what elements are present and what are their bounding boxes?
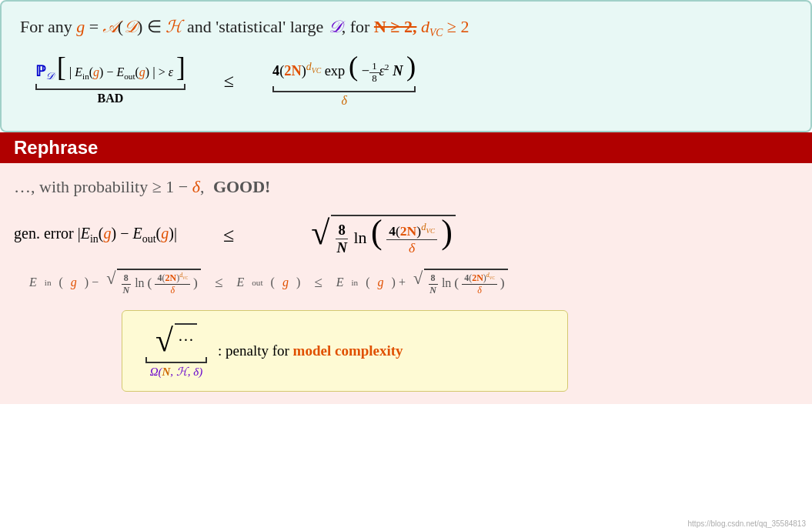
Eout-sw: E: [236, 276, 244, 289]
sqrt-sym-dots: √: [155, 325, 173, 357]
sandwich-row: Ein(g) − √ 8 N ln ( 4(2N)dVC δ ): [29, 269, 798, 296]
Ein-sandwich: E: [29, 276, 37, 289]
g-sw3: g: [378, 276, 384, 289]
colon-penalty: : penalty for: [218, 342, 293, 359]
sqrt-content-sw1: 8 N ln ( 4(2N)dVC δ ): [117, 269, 200, 296]
sup-dvc: dVC: [306, 61, 321, 72]
top-section: For any g = 𝒜(𝒟) ∈ ℋ and 'statistical' l…: [0, 0, 812, 132]
delta-label: δ: [341, 94, 346, 108]
sub-out-lhs: out: [124, 72, 135, 81]
g-gen-ein: g: [104, 225, 112, 242]
sqrt-rhs-gen: √ 8 N ln ( 4(2N)dVC δ ): [311, 215, 456, 256]
g-sw1: g: [71, 276, 77, 289]
sqrt-omega-wrap: √ … Ω(N, ℋ, δ): [145, 323, 207, 379]
bottom-section: Rephrase …, with probability ≥ 1 − δ, GO…: [0, 132, 812, 404]
penalty-box: √ … Ω(N, ℋ, δ) : penalty for model compl…: [122, 310, 568, 392]
with-prob-line: …, with probability ≥ 1 − δ, GOOD!: [14, 174, 798, 199]
top-header: For any g = 𝒜(𝒟) ∈ ℋ and 'statistical' l…: [20, 15, 792, 40]
calD: 𝒟: [123, 17, 137, 36]
rhs-content: 4(2N)dVC exp ( −18ε2 N ): [272, 54, 416, 84]
sqrt-sym-gen: √: [311, 216, 329, 250]
sub-D: 𝒟: [45, 71, 54, 82]
sqrt-content-gen: 8 N ln ( 4(2N)dVC δ ): [331, 215, 456, 256]
frac-1-8: 18: [369, 61, 379, 85]
Ein-lhs: E: [75, 65, 82, 78]
Eout-gen: E: [132, 225, 142, 242]
lhs-content: ℙ𝒟 [ | Ein(g) − Eout(g) | > ε ]: [35, 56, 185, 82]
geq-1-delta: ≥ 1 − δ,: [152, 177, 205, 196]
N-rhs: N: [393, 63, 403, 78]
g-ein: g: [93, 65, 99, 78]
watermark: https://blog.csdn.net/qq_35584813: [688, 519, 806, 528]
frac-8-N-gen: 8 N: [334, 222, 349, 256]
omega-sub-label: Ω(N, ℋ, δ): [150, 365, 203, 379]
good-label: GOOD!: [213, 177, 271, 196]
ellipsis-dots: …: [178, 326, 194, 345]
sqrt-dots-content: √ …: [155, 323, 197, 356]
sqrt-sym-sw2: √: [413, 270, 423, 287]
geq-2: ≥ 2: [447, 17, 469, 36]
underbrace-omega: [145, 357, 207, 363]
epsilon-lhs: ε: [169, 65, 173, 78]
g-sw2: g: [282, 276, 289, 289]
prob-symbol: ℙ: [35, 63, 45, 79]
sqrt-sw1: √ 8 N ln ( 4(2N)dVC δ ): [106, 269, 201, 296]
bad-label: BAD: [97, 92, 123, 105]
big-paren-ln-left: (: [371, 213, 383, 251]
calA: 𝒜: [103, 17, 118, 36]
g-gen-eout: g: [161, 225, 169, 242]
2N: 2N: [284, 63, 301, 78]
sqrt-sw2: √ 8 N ln ( 4(2N)dVC δ ): [413, 269, 508, 296]
dots-content: …: [175, 323, 197, 346]
abs-right: |: [152, 64, 155, 79]
rephrase-bar: Rephrase: [0, 132, 812, 163]
frac-4-2N-gen: 4(2N)dVC δ: [386, 222, 437, 256]
sqrt-sym-sw1: √: [106, 270, 115, 287]
strikethrough-n2: N ≥ 2,: [374, 17, 416, 36]
Eout-lhs: E: [116, 65, 124, 78]
leq-sw1: ≤: [215, 274, 223, 291]
penalty-inner: √ … Ω(N, ℋ, δ) : penalty for model compl…: [145, 323, 544, 379]
var-g: g: [76, 17, 85, 36]
g-eout: g: [139, 65, 145, 78]
calH: ℋ: [165, 17, 182, 36]
dvc-header: d: [421, 17, 429, 36]
big-bracket-left: [: [57, 52, 66, 82]
epsilon-rhs: ε: [379, 63, 385, 78]
abs-left: |: [69, 64, 72, 79]
exp-text: exp: [325, 63, 346, 78]
underbrace-bad: [35, 84, 185, 90]
rhs-formula: 4(2N)dVC exp ( −18ε2 N ) δ: [272, 54, 416, 107]
sub-in-lhs: in: [82, 72, 89, 81]
leq-sw2: ≤: [314, 274, 322, 291]
eps-sq: 2: [385, 62, 389, 72]
Ein-sw2: E: [336, 276, 344, 289]
penalty-text-wrap: : penalty for model complexity: [218, 342, 403, 359]
sqrt-content-sw2: 8 N ln ( 4(2N)dVC δ ): [424, 269, 507, 296]
ellipsis-with-prob: …, with probability: [14, 177, 152, 196]
main-inequality: ℙ𝒟 [ | Ein(g) − Eout(g) | > ε ] BAD ≤ 4(…: [35, 54, 792, 107]
underbrace-delta: [272, 86, 416, 92]
big-paren-ln-right: ): [441, 213, 453, 251]
sqrt-dots: √ …: [155, 323, 197, 356]
var-D-large: 𝒟: [328, 17, 342, 36]
leq-gen: ≤: [223, 224, 234, 247]
bottom-content: …, with probability ≥ 1 − δ, GOOD! gen. …: [0, 174, 812, 392]
big-paren-right: ): [406, 50, 416, 82]
Ein-gen: E: [81, 225, 90, 242]
big-bracket-right: ]: [176, 52, 185, 82]
gen-error-row: gen. error |Ein(g) − Eout(g)| ≤ √ 8 N ln…: [14, 215, 798, 256]
model-complexity-label: model complexity: [293, 342, 403, 359]
gen-error-left: gen. error |Ein(g) − Eout(g)|: [14, 225, 177, 245]
lhs-formula: ℙ𝒟 [ | Ein(g) − Eout(g) | > ε ] BAD: [35, 56, 185, 105]
big-paren-left: (: [349, 50, 358, 82]
leq-symbol: ≤: [224, 71, 234, 92]
coeff-4: 4: [272, 63, 279, 78]
